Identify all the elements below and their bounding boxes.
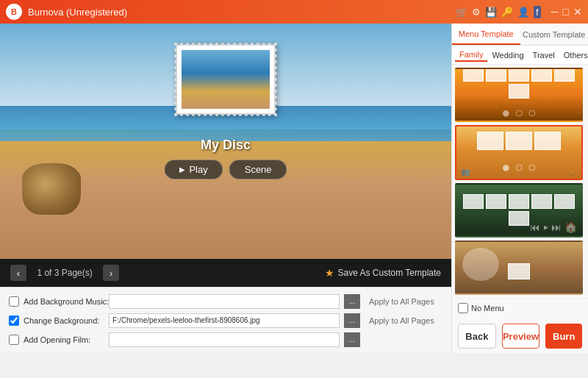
change-bg-browse-button[interactable]: ... <box>344 313 360 328</box>
template-thumbnail <box>509 194 529 209</box>
category-tabs: Family Wedding Travel Others ▶ <box>452 46 588 65</box>
add-music-apply-label: Apply to All Pages <box>369 297 442 306</box>
opening-film-checkbox[interactable] <box>9 335 19 345</box>
page-info: 1 of 3 Page(s) <box>32 268 97 278</box>
app-logo: B <box>6 4 22 20</box>
action-buttons: Back Preview Burn <box>452 318 588 353</box>
opening-film-browse-button[interactable]: ... <box>344 332 360 347</box>
key-icon[interactable]: 🔑 <box>501 7 513 18</box>
right-panel: Menu Template Custom Template Family Wed… <box>451 24 588 353</box>
settings-icon[interactable]: ⚙ <box>472 7 481 18</box>
background-image: My Disc Play Scene <box>0 24 451 259</box>
preview-button[interactable]: Preview <box>502 324 540 349</box>
add-music-checkbox[interactable] <box>9 296 19 307</box>
template-type-tabs: Menu Template Custom Template <box>452 24 588 46</box>
add-music-input[interactable] <box>109 294 340 309</box>
minimize-icon[interactable]: ─ <box>551 6 559 18</box>
play-button[interactable]: Play <box>164 160 223 179</box>
save-template-label: Save As Custom Template <box>337 268 441 278</box>
bottom-controls: Add Background Music: ... Apply to All P… <box>0 287 451 353</box>
photo-stamp <box>176 44 276 115</box>
tab-custom-template[interactable]: Custom Template <box>520 24 589 45</box>
template-overlay: ● ○ ○ 👥 🚶 <box>456 126 581 178</box>
save-template-button[interactable]: ★ Save As Custom Template <box>325 267 441 279</box>
prev-page-button[interactable]: ‹ <box>10 265 26 281</box>
star-icon: ★ <box>325 267 334 279</box>
change-bg-apply-label: Apply to All Pages <box>369 316 442 325</box>
title-bar: B Burnova (Unregistered) 🛒 ⚙ 💾 🔑 👤 f ─ □… <box>0 0 588 24</box>
template-photos <box>474 129 564 153</box>
template-item[interactable]: ● ○ ○ <box>455 68 583 122</box>
template-item[interactable]: ⏮ ▶ ⏭ 🏠 <box>455 183 583 238</box>
template-controls: ⏮ ▶ ⏭ 🏠 <box>530 221 577 233</box>
template-thumbnail <box>531 68 552 82</box>
template-thumbnail <box>509 68 529 82</box>
app-title: Burnova (Unregistered) <box>28 7 456 18</box>
window-controls: 🛒 ⚙ 💾 🔑 👤 f ─ □ ✕ <box>456 6 582 18</box>
opening-film-input[interactable] <box>109 332 340 347</box>
change-bg-checkbox[interactable] <box>9 315 19 326</box>
stamp-photo <box>182 50 270 109</box>
tab-menu-template[interactable]: Menu Template <box>452 24 520 45</box>
template-thumbnail <box>509 211 529 226</box>
template-circle <box>462 248 499 281</box>
scene-button[interactable]: Scene <box>229 160 287 179</box>
template-overlay: ⏮ ▶ ⏭ 🏠 <box>456 185 581 236</box>
template-list: ● ○ ○ ● ○ ○ 👥 🚶 <box>452 65 588 298</box>
template-thumbnail <box>486 194 506 209</box>
music-row: Add Background Music: ... Apply to All P… <box>9 292 442 310</box>
playback-controls: Play Scene <box>164 160 287 179</box>
cat-tab-wedding[interactable]: Wedding <box>487 49 528 61</box>
template-overlay: ● ○ ○ <box>456 69 581 121</box>
save-icon[interactable]: 💾 <box>485 7 497 18</box>
template-thumbnail <box>486 68 506 82</box>
template-silhouettes: 👥 🚶 <box>456 168 581 176</box>
add-music-browse-button[interactable]: ... <box>344 294 360 309</box>
cat-tab-others[interactable]: Others <box>559 49 588 61</box>
change-bg-input[interactable] <box>109 313 340 328</box>
back-button[interactable]: Back <box>458 324 496 349</box>
opening-film-row: Add Opening Film: ... <box>9 330 442 349</box>
template-photos <box>456 68 581 101</box>
template-nav-dots: ● ○ ○ <box>501 104 536 122</box>
template-thumbnail <box>554 194 575 209</box>
template-thumbnail <box>534 132 561 150</box>
user-icon[interactable]: 👤 <box>517 7 529 18</box>
close-icon[interactable]: ✕ <box>573 6 582 18</box>
opening-film-label: Add Opening Film: <box>24 335 104 344</box>
template-item[interactable]: ● ○ ○ 👥 🚶 <box>455 125 583 179</box>
template-thumbnail <box>506 132 532 150</box>
burn-button[interactable]: Burn <box>545 324 582 349</box>
maximize-icon[interactable]: □ <box>563 6 569 18</box>
cat-tab-family[interactable]: Family <box>455 49 487 62</box>
main-area: My Disc Play Scene ‹ 1 of 3 Page(s) › ★ … <box>0 24 588 353</box>
basket-decoration <box>22 163 81 215</box>
no-menu-container: No Menu <box>452 298 588 318</box>
template-item[interactable] <box>455 240 583 295</box>
change-bg-label: Change Background: <box>24 316 104 325</box>
add-music-label: Add Background Music: <box>24 297 104 306</box>
no-menu-label: No Menu <box>471 304 504 313</box>
pagination-bar: ‹ 1 of 3 Page(s) › ★ Save As Custom Temp… <box>0 259 451 287</box>
template-photos <box>505 260 533 282</box>
preview-area: My Disc Play Scene ‹ 1 of 3 Page(s) › ★ … <box>0 24 451 353</box>
preview-canvas: My Disc Play Scene <box>0 24 451 259</box>
cat-tab-travel[interactable]: Travel <box>528 49 559 61</box>
no-menu-checkbox[interactable] <box>458 303 468 313</box>
template-thumbnail <box>508 263 530 279</box>
next-page-button[interactable]: › <box>103 265 119 281</box>
template-overlay <box>456 242 581 293</box>
template-thumbnail <box>531 194 552 209</box>
disc-title: My Disc <box>201 138 251 153</box>
cart-icon[interactable]: 🛒 <box>456 7 467 18</box>
background-row: Change Background: ... Apply to All Page… <box>9 311 442 329</box>
facebook-icon[interactable]: f <box>534 6 541 18</box>
template-thumbnail <box>477 132 503 150</box>
template-thumbnail <box>463 194 484 209</box>
template-thumbnail <box>509 84 529 99</box>
template-thumbnail <box>554 68 575 82</box>
template-thumbnail <box>463 68 484 82</box>
